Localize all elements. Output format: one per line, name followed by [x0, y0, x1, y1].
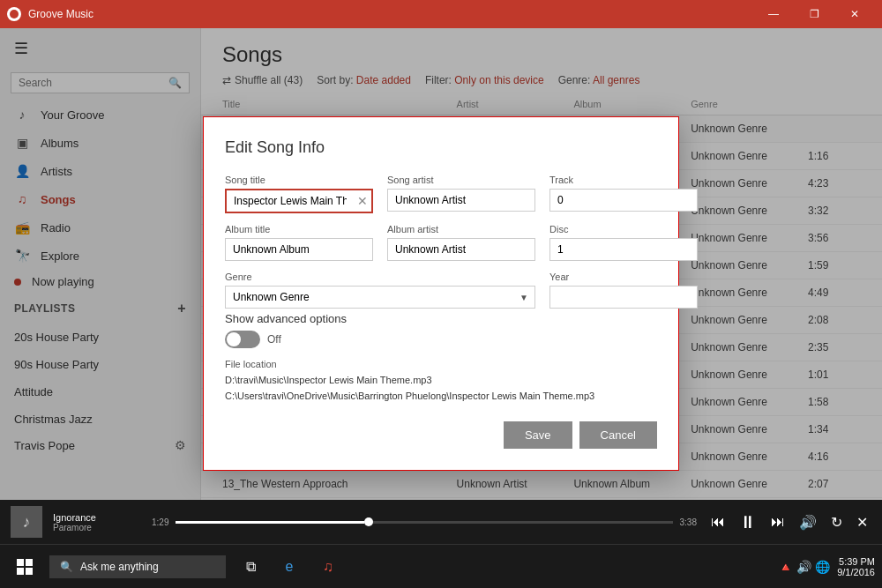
- album-title-label: Album title: [225, 224, 373, 234]
- save-button[interactable]: Save: [504, 421, 572, 449]
- svg-point-0: [10, 10, 19, 19]
- edit-song-modal: Edit Song Info Song title ✕ Song artist …: [203, 116, 679, 471]
- form-grid: Song title ✕ Song artist Track Album tit…: [225, 175, 657, 309]
- form-group-album-title: Album title: [225, 224, 373, 261]
- taskbar-date: 9/1/2016: [837, 567, 875, 577]
- form-group-track: Track: [549, 175, 698, 213]
- song-title-label: Song title: [225, 175, 373, 185]
- track-label: Track: [549, 175, 698, 185]
- window-controls: — ❐ ✕: [753, 0, 875, 28]
- player-current-time: 1:29: [152, 517, 168, 527]
- advanced-label: Show advanced options: [225, 312, 347, 325]
- song-title-field-wrapper: ✕: [225, 189, 373, 213]
- taskbar-right: 🔺 🔊 🌐 5:39 PM 9/1/2016: [778, 556, 875, 577]
- player-controls: ⏮ ⏸ ⏭ 🔊 ↻ ✕: [707, 509, 871, 536]
- next-button[interactable]: ⏭: [767, 510, 789, 533]
- taskbar-search-label: Ask me anything: [80, 561, 159, 573]
- clear-song-title-button[interactable]: ✕: [357, 194, 368, 208]
- taskbar-clock: 5:39 PM 9/1/2016: [837, 556, 875, 577]
- year-input[interactable]: [549, 286, 698, 309]
- song-artist-label: Song artist: [387, 175, 535, 185]
- genre-label: Genre: [225, 272, 535, 282]
- volume-button[interactable]: 🔊: [796, 510, 820, 534]
- genre-select[interactable]: Unknown Genre: [225, 286, 535, 309]
- modal-overlay: Edit Song Info Song title ✕ Song artist …: [0, 28, 882, 500]
- file-path-1: D:\travi\Music\Inspector Lewis Main Them…: [225, 373, 657, 389]
- form-group-disc: Disc: [549, 224, 698, 261]
- taskbar-time: 5:39 PM: [837, 556, 875, 567]
- form-group-song-title: Song title ✕: [225, 175, 373, 213]
- toggle-switch[interactable]: [225, 331, 260, 348]
- disc-input[interactable]: [549, 238, 698, 261]
- player-artist: Paramore: [53, 523, 141, 532]
- album-artist-label: Album artist: [387, 224, 535, 234]
- restore-button[interactable]: ❐: [794, 0, 834, 28]
- svg-rect-4: [26, 559, 33, 566]
- file-path-2: C:\Users\travi\OneDrive\Music\Barrington…: [225, 389, 657, 405]
- svg-rect-6: [26, 568, 33, 575]
- player-progress: 1:29 3:38: [152, 517, 697, 527]
- genre-select-wrapper: Unknown Genre: [225, 286, 535, 309]
- form-group-song-artist: Song artist: [387, 175, 535, 213]
- task-view-button[interactable]: ⧉: [233, 549, 268, 584]
- track-input[interactable]: [549, 189, 698, 212]
- title-bar: Groove Music — ❐ ✕: [0, 0, 882, 28]
- album-title-input[interactable]: [225, 238, 373, 261]
- progress-bar[interactable]: [176, 521, 672, 524]
- modal-footer: Save Cancel: [225, 421, 657, 449]
- player-info: Ignorance Paramore: [53, 512, 141, 532]
- player-total-time: 3:38: [680, 517, 697, 527]
- app-icon: [7, 7, 21, 21]
- repeat-button[interactable]: ↻: [827, 510, 846, 534]
- player-song-title: Ignorance: [53, 512, 141, 523]
- toggle-row: Off: [225, 331, 657, 348]
- player-album-art: ♪: [11, 506, 42, 538]
- form-group-year: Year: [549, 272, 698, 309]
- modal-title: Edit Song Info: [225, 138, 657, 157]
- progress-dot: [364, 517, 373, 526]
- taskbar-search-box[interactable]: 🔍 Ask me anything: [49, 555, 226, 578]
- groove-music-taskbar-icon[interactable]: ♫: [310, 549, 346, 584]
- taskbar-search-icon: 🔍: [60, 561, 73, 573]
- taskbar: 🔍 Ask me anything ⧉ e ♫ 🔺 🔊 🌐 5:39 PM 9/…: [0, 544, 882, 588]
- form-group-album-artist: Album artist: [387, 224, 535, 261]
- prev-button[interactable]: ⏮: [707, 510, 729, 533]
- album-artist-input[interactable]: [387, 238, 535, 261]
- taskbar-left: 🔍 Ask me anything ⧉ e ♫: [7, 549, 346, 584]
- toggle-off-label: Off: [267, 333, 281, 346]
- pause-button[interactable]: ⏸: [736, 509, 760, 536]
- taskbar-icons: ⧉ e ♫: [233, 549, 346, 584]
- minimize-button[interactable]: —: [753, 0, 794, 28]
- close-player-button[interactable]: ✕: [853, 510, 871, 534]
- app-title: Groove Music: [28, 8, 93, 20]
- svg-rect-5: [17, 568, 24, 575]
- svg-rect-3: [17, 559, 24, 566]
- start-button[interactable]: [7, 549, 42, 584]
- year-label: Year: [549, 272, 698, 282]
- advanced-toggle-row: Show advanced options: [225, 312, 657, 325]
- title-bar-left: Groove Music: [7, 7, 93, 21]
- file-location: File location D:\travi\Music\Inspector L…: [225, 359, 657, 404]
- disc-label: Disc: [549, 224, 698, 234]
- player-bar: ♪ Ignorance Paramore 1:29 3:38 ⏮ ⏸ ⏭ 🔊 ↻…: [0, 500, 882, 544]
- taskbar-icons-right: 🔺 🔊 🌐: [778, 560, 830, 574]
- edge-browser-icon[interactable]: e: [272, 549, 307, 584]
- cancel-button[interactable]: Cancel: [579, 421, 657, 449]
- close-button[interactable]: ✕: [834, 0, 875, 28]
- song-title-input[interactable]: [225, 189, 373, 213]
- toggle-knob: [227, 332, 241, 346]
- file-location-label: File location: [225, 359, 657, 369]
- form-group-genre: Genre Unknown Genre: [225, 272, 535, 309]
- svg-text:♪: ♪: [23, 513, 31, 531]
- song-artist-input[interactable]: [387, 189, 535, 212]
- progress-fill: [176, 521, 364, 524]
